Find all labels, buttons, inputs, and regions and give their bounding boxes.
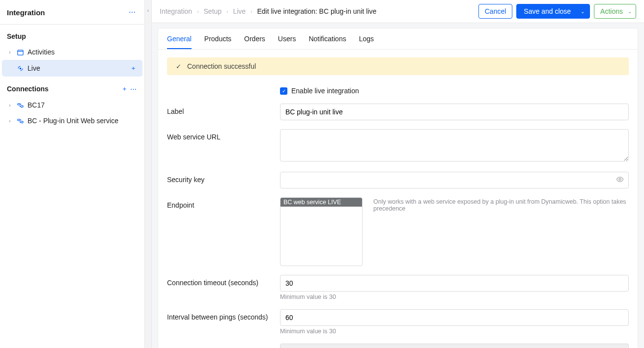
chevron-down-icon: ⌄: [581, 9, 585, 14]
link-icon: [16, 102, 25, 109]
shop-select[interactable]: BC17: [280, 344, 629, 348]
tab-logs[interactable]: Logs: [359, 28, 374, 49]
svg-point-1: [20, 68, 21, 69]
chevron-down-icon: ⌄: [628, 9, 632, 14]
endpoint-listbox[interactable]: BC web service LIVE: [280, 197, 363, 266]
chevron-right-icon: ›: [226, 9, 228, 14]
tab-products[interactable]: Products: [204, 28, 231, 49]
add-live-button[interactable]: ＋: [129, 64, 138, 73]
tab-orders[interactable]: Orders: [244, 28, 265, 49]
timeout-input[interactable]: [280, 275, 629, 292]
endpoint-selected-item[interactable]: BC web service LIVE: [280, 198, 362, 207]
link-icon: [16, 117, 25, 125]
ping-help: Minimum value is 30: [280, 328, 629, 335]
sidebar-item-label: Live: [28, 64, 40, 72]
enable-live-label: Enable live integration: [291, 87, 359, 95]
broadcast-icon: [16, 65, 25, 72]
shop-label: Shop: [167, 344, 280, 348]
add-connection-button[interactable]: ＋: [120, 84, 129, 93]
security-key-input[interactable]: [280, 172, 629, 188]
sidebar-item-live[interactable]: Live ＋: [2, 60, 142, 77]
svg-rect-2: [17, 103, 20, 105]
chevron-right-icon: ›: [7, 118, 13, 124]
breadcrumb: Integration › Setup › Live › Edit live i…: [160, 7, 376, 15]
sidebar-more-icon[interactable]: ⋯: [127, 7, 138, 18]
sidebar-item-label: BC - Plug-in Unit Web service: [28, 117, 118, 125]
chevron-right-icon: ›: [251, 9, 252, 14]
svg-rect-0: [17, 50, 23, 55]
svg-rect-4: [17, 119, 20, 120]
ping-label: Interval between pings (seconds): [167, 309, 280, 321]
tab-bar: General Products Orders Users Notificati…: [158, 28, 638, 50]
svg-rect-5: [21, 121, 23, 123]
cancel-button[interactable]: Cancel: [478, 4, 513, 19]
calendar-outline-icon: [16, 49, 25, 56]
setup-section-title: Setup: [7, 32, 26, 40]
wsurl-label: Web service URL: [167, 129, 280, 141]
save-button[interactable]: Save and close ⌄: [516, 4, 590, 19]
collapse-sidebar-handle[interactable]: ‹: [145, 0, 152, 348]
actions-button[interactable]: Actions ⌄: [594, 4, 636, 19]
svg-rect-3: [21, 106, 23, 107]
crumb-live[interactable]: Live: [233, 7, 246, 15]
crumb-current: Edit live integration: BC plug-in unit l…: [257, 7, 376, 15]
chevron-right-icon: ›: [7, 50, 13, 55]
ping-input[interactable]: [280, 309, 629, 326]
tab-users[interactable]: Users: [278, 28, 296, 49]
timeout-label: Connection timeout (seconds): [167, 275, 280, 287]
connections-more-icon[interactable]: ⋯: [129, 84, 138, 93]
tab-notifications[interactable]: Notifications: [308, 28, 346, 49]
chevron-right-icon: ›: [197, 9, 198, 14]
alert-text: Connection successful: [187, 62, 256, 70]
timeout-help: Minimum value is 30: [280, 294, 629, 300]
enable-live-checkbox[interactable]: ✓: [280, 87, 287, 95]
sidebar-item-bc17[interactable]: › BC17: [2, 97, 142, 113]
seckey-label: Security key: [167, 172, 280, 184]
alert-success: ✓ Connection successful: [167, 57, 629, 75]
actions-button-label: Actions: [600, 7, 623, 15]
label-field-label: Label: [167, 104, 280, 115]
sidebar-item-activities[interactable]: › Activities: [2, 44, 142, 60]
sidebar-item-label: BC17: [28, 101, 45, 109]
check-icon: ✓: [176, 63, 181, 70]
crumb-integration[interactable]: Integration: [160, 7, 192, 15]
tab-general[interactable]: General: [167, 28, 192, 49]
save-button-label: Save and close: [524, 7, 571, 15]
eye-icon[interactable]: [616, 176, 624, 185]
chevron-right-icon: ›: [7, 103, 13, 108]
endpoint-help-text: Only works with a web service exposed by…: [373, 197, 629, 212]
sidebar-item-bc-plugin[interactable]: › BC - Plug-in Unit Web service: [2, 113, 142, 129]
chevron-left-icon: ‹: [147, 8, 149, 13]
wsurl-textarea[interactable]: [280, 129, 629, 161]
endpoint-label: Endpoint: [167, 197, 280, 209]
svg-point-6: [619, 179, 621, 181]
connections-section-title: Connections: [7, 85, 49, 93]
label-input[interactable]: [280, 104, 629, 120]
crumb-setup[interactable]: Setup: [204, 7, 222, 15]
sidebar-item-label: Activities: [28, 48, 55, 56]
sidebar-title: Integration: [7, 8, 45, 17]
